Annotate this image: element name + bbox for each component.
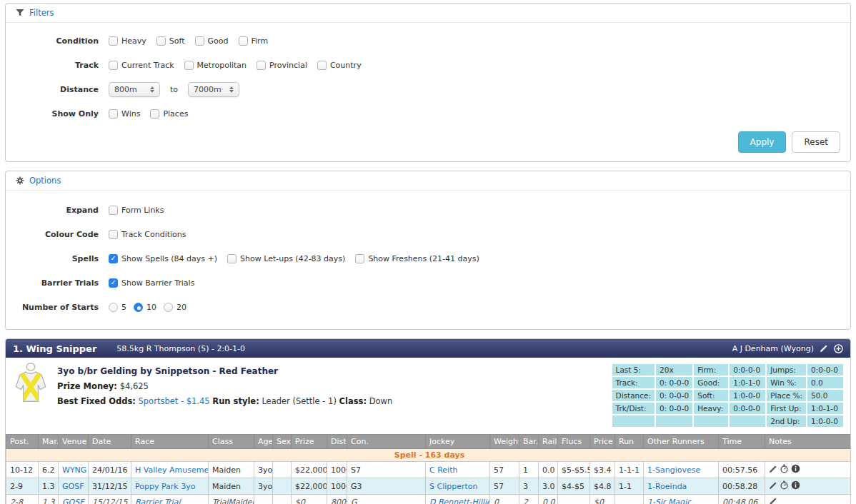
jockey-link[interactable]: S Clipperton <box>429 482 478 491</box>
cell-rail: 0.0 <box>539 495 558 504</box>
horse-weight-jockey-record: 58.5kg R Thompson (5) - 2:0-1-0 <box>116 344 245 353</box>
stat-label: Soft: <box>694 390 728 401</box>
jockey-link[interactable]: C Reith <box>429 465 457 475</box>
stat-label: First Up: <box>767 403 806 414</box>
checkbox-wins-label: Wins <box>121 109 140 119</box>
checkbox-show-spells-label: Show Spells (84 days +) <box>121 254 217 263</box>
cell-flucs: $5-$5.5 <box>558 462 590 478</box>
checkbox-current-track-label: Current Track <box>121 61 174 70</box>
reset-button[interactable]: Reset <box>792 131 840 153</box>
checkbox-country[interactable] <box>317 61 327 70</box>
other-runner-link[interactable]: 1-Roeinda <box>647 482 687 491</box>
cell-run: 1-1 <box>615 478 644 495</box>
info-circle-icon[interactable] <box>791 480 800 492</box>
race-link[interactable]: H Valley Amusement <box>135 465 209 475</box>
condition-label: Condition <box>6 36 99 46</box>
col-race: Race <box>131 435 209 449</box>
cell-post: 2-9 <box>6 478 39 495</box>
stat-label: Distance: <box>612 390 655 401</box>
apply-button[interactable]: Apply <box>738 131 787 153</box>
cell-time: 00:58.28 <box>719 478 765 495</box>
distance-to-select[interactable]: 7000m <box>188 82 239 97</box>
distance-from-select[interactable]: 800m <box>109 82 160 97</box>
add-circle-icon[interactable] <box>834 344 843 353</box>
gear-icon <box>16 176 24 185</box>
horse-stats-table: Last 5:20x Firm:0:0-0-0 Jumps:0:0-0-0 Tr… <box>611 363 845 428</box>
cell-weight: 57 <box>490 462 519 478</box>
options-header[interactable]: Options <box>6 171 850 191</box>
checkbox-show-barrier-trials[interactable] <box>109 278 118 288</box>
radio-starts-5[interactable] <box>109 303 118 312</box>
checkbox-show-letups[interactable] <box>227 254 237 263</box>
radio-starts-20-label: 20 <box>176 303 186 312</box>
sportsbet-odds-link[interactable]: Sportsbet - $1.45 <box>139 396 210 406</box>
edit-pencil-icon[interactable] <box>820 344 828 353</box>
distance-label: Distance <box>6 85 99 94</box>
note-pencil-icon[interactable] <box>769 465 777 475</box>
filters-header[interactable]: Filters <box>6 4 850 23</box>
filters-panel: Filters Condition Heavy Soft Good Firm T… <box>5 3 851 162</box>
col-jockey: Jockey <box>426 435 490 449</box>
show-only-label: Show Only <box>6 109 99 119</box>
checkbox-provincial[interactable] <box>257 61 266 70</box>
filters-toggle-link[interactable]: Filters <box>29 8 54 18</box>
checkbox-form-links[interactable] <box>109 206 118 215</box>
cell-price: $4.8 <box>590 478 615 495</box>
checkbox-track-conditions[interactable] <box>109 230 118 239</box>
cell-flucs: $4-$5 <box>558 478 590 495</box>
note-pencil-icon[interactable] <box>769 497 777 504</box>
checkbox-track-conditions-label: Track Conditions <box>121 230 186 239</box>
checkbox-show-freshens[interactable] <box>355 254 364 263</box>
venue-link[interactable]: GOSF <box>62 482 84 491</box>
checkbox-wins[interactable] <box>109 109 118 119</box>
trainer-name: A J Denham (Wyong) <box>732 344 814 353</box>
class-value: Down <box>369 396 393 406</box>
other-runner-link[interactable]: 1-Sangiovese <box>647 465 700 475</box>
distance-from-value: 800m <box>114 85 137 94</box>
horse-header-bar: 1. Wing Snipper 58.5kg R Thompson (5) - … <box>6 339 850 358</box>
cell-post: 2-8 <box>6 495 39 504</box>
other-runner-link[interactable]: 1-Sir Magic <box>647 498 691 504</box>
checkbox-show-spells[interactable] <box>109 254 118 263</box>
checkbox-good[interactable] <box>195 36 204 46</box>
stat-value: 0:0-0-0 <box>730 364 765 376</box>
col-time: Time <box>719 435 765 449</box>
checkbox-heavy[interactable] <box>109 36 118 46</box>
jockey-link[interactable]: D Bennett-Hillier <box>429 498 490 504</box>
cell-flucs <box>558 495 590 504</box>
cell-mar: 6.2 <box>39 462 59 478</box>
info-circle-icon[interactable] <box>791 464 800 475</box>
filter-funnel-icon <box>16 9 24 17</box>
stat-value: 0:0-0-0 <box>807 364 843 376</box>
checkbox-metropolitan[interactable] <box>184 61 194 70</box>
checkbox-current-track[interactable] <box>109 61 118 70</box>
cell-mar: 1.3 <box>39 478 59 495</box>
checkbox-places[interactable] <box>150 109 159 119</box>
radio-starts-10[interactable] <box>134 303 143 312</box>
col-sex: Sex <box>273 435 292 449</box>
venue-link[interactable]: WYNG <box>62 465 86 475</box>
cell-sex <box>273 495 292 504</box>
cell-con: G3 <box>347 478 426 495</box>
stat-label: Heavy: <box>694 403 728 414</box>
number-of-starts-label: Number of Starts <box>6 303 99 312</box>
venue-link[interactable]: GOSF <box>62 498 84 504</box>
race-link[interactable]: Barrier Trial <box>135 498 180 504</box>
stopwatch-icon[interactable] <box>780 480 789 492</box>
checkbox-firm[interactable] <box>239 36 248 46</box>
options-toggle-link[interactable]: Options <box>29 176 61 186</box>
race-link[interactable]: Poppy Park 3yo <box>135 482 195 491</box>
stopwatch-icon[interactable] <box>780 464 789 475</box>
note-pencil-icon[interactable] <box>769 481 777 492</box>
stat-value: 0: 0-0-0 <box>656 377 692 388</box>
col-prize: Prize <box>292 435 327 449</box>
spell-row: Spell - 163 days <box>6 449 852 462</box>
col-date: Date <box>89 435 131 449</box>
cell-dist: 1000 <box>327 462 347 478</box>
cell-run: 1-1-1 <box>615 462 644 478</box>
radio-starts-20[interactable] <box>164 303 173 312</box>
checkbox-soft[interactable] <box>156 36 166 46</box>
stat-label: Good: <box>694 377 728 388</box>
expand-label: Expand <box>6 206 99 215</box>
horse-name: 1. Wing Snipper <box>13 343 96 354</box>
